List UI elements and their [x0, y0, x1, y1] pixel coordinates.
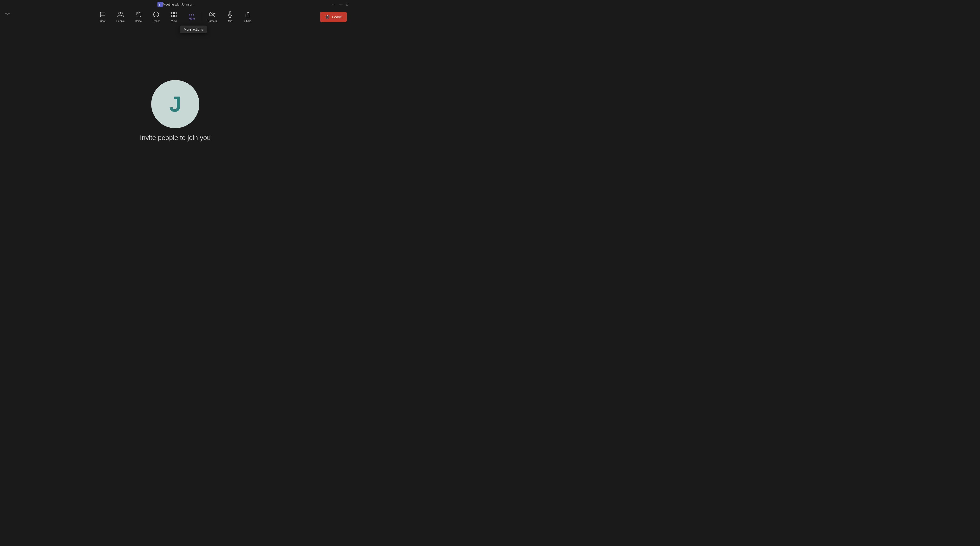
- more-label: More: [189, 17, 195, 20]
- phone-hangup-icon: 📵: [325, 14, 330, 19]
- view-icon: [171, 11, 177, 19]
- leave-button-container: 📵 Leave: [320, 9, 351, 25]
- title-bar: T Meeting with Johnson ⋯ — □: [0, 0, 351, 9]
- share-label: Share: [244, 19, 251, 22]
- svg-rect-6: [172, 12, 173, 14]
- svg-rect-9: [172, 15, 173, 17]
- more-button[interactable]: ●●● More: [183, 9, 200, 25]
- share-button[interactable]: Share: [239, 9, 257, 25]
- mic-label: Mic: [228, 19, 232, 22]
- view-button[interactable]: View: [165, 9, 183, 25]
- raise-button[interactable]: Raise: [130, 9, 147, 25]
- camera-icon: [209, 11, 215, 19]
- mic-button[interactable]: Mic: [221, 9, 239, 25]
- meeting-title: Meeting with Johnson: [163, 3, 193, 6]
- svg-rect-8: [175, 15, 177, 17]
- mic-icon: [227, 11, 233, 19]
- avatar: J: [151, 80, 199, 128]
- chat-icon: [100, 11, 106, 19]
- teams-logo-icon: T: [158, 2, 163, 7]
- people-button[interactable]: People: [112, 9, 129, 25]
- people-icon: [118, 11, 124, 19]
- window-controls: ⋯ — □: [332, 3, 348, 6]
- share-icon: [245, 11, 251, 19]
- svg-point-2: [119, 12, 121, 14]
- more-options-icon[interactable]: ⋯: [332, 3, 336, 6]
- maximize-icon[interactable]: □: [346, 3, 348, 6]
- react-label: React: [153, 19, 160, 22]
- more-actions-tooltip: More actions: [180, 26, 207, 33]
- meeting-toolbar: Chat People Raise: [94, 9, 257, 25]
- leave-button[interactable]: 📵 Leave: [320, 12, 347, 22]
- camera-button[interactable]: Camera: [204, 9, 221, 25]
- react-button[interactable]: React: [148, 9, 165, 25]
- main-content: J Invite people to join you: [0, 25, 351, 196]
- avatar-letter: J: [169, 93, 181, 115]
- call-timer: --:--: [5, 11, 10, 16]
- react-icon: [153, 11, 159, 19]
- more-icon: ●●●: [189, 14, 195, 16]
- leave-label: Leave: [332, 15, 342, 19]
- raise-label: Raise: [135, 19, 142, 22]
- chat-button[interactable]: Chat: [94, 9, 111, 25]
- more-actions-label: More actions: [184, 27, 203, 31]
- view-label: View: [171, 19, 177, 22]
- svg-point-3: [154, 12, 159, 17]
- toolbar-separator: [202, 12, 202, 22]
- raise-icon: [135, 11, 142, 19]
- chat-label: Chat: [100, 19, 105, 22]
- camera-label: Camera: [208, 19, 217, 22]
- invite-text: Invite people to join you: [140, 134, 211, 142]
- minimize-icon[interactable]: —: [339, 3, 342, 6]
- people-label: People: [116, 19, 124, 22]
- svg-rect-7: [175, 12, 177, 14]
- svg-text:T: T: [158, 3, 161, 6]
